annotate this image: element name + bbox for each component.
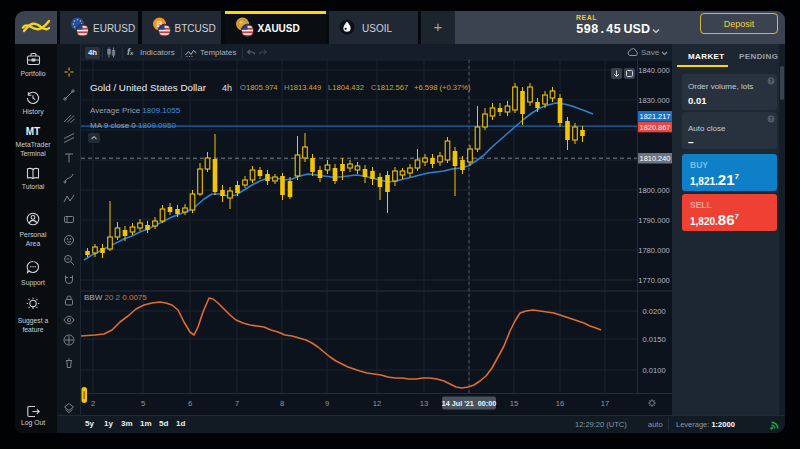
svg-text:0.0150: 0.0150 <box>642 335 665 344</box>
svg-text:13: 13 <box>420 399 428 408</box>
svg-text:Gold / United States Dollar: Gold / United States Dollar <box>90 82 207 93</box>
svg-text:BBW 20 2 0.0075: BBW 20 2 0.0075 <box>84 293 147 302</box>
svg-text:0.0200: 0.0200 <box>642 307 665 316</box>
svg-text:MA 9 close 0 1809.0950: MA 9 close 0 1809.0950 <box>90 121 176 130</box>
svg-text:1780.000: 1780.000 <box>638 246 670 255</box>
svg-text:17: 17 <box>601 399 609 408</box>
svg-text:1770.000: 1770.000 <box>638 276 670 285</box>
svg-text:1820.867: 1820.867 <box>640 123 671 132</box>
svg-text:14 Jul '21 00:00: 14 Jul '21 00:00 <box>442 399 496 408</box>
svg-text:Average Price 1809.1055: Average Price 1809.1055 <box>90 106 181 115</box>
svg-text:2: 2 <box>91 399 95 408</box>
svg-text:7: 7 <box>235 399 239 408</box>
svg-text:8: 8 <box>280 399 284 408</box>
svg-text:1830.000: 1830.000 <box>638 96 670 105</box>
svg-text:1800.000: 1800.000 <box>638 186 670 195</box>
svg-text:9: 9 <box>325 399 329 408</box>
svg-text:4h: 4h <box>222 83 232 93</box>
svg-text:1810.240: 1810.240 <box>640 154 671 163</box>
svg-text:H1813.449: H1813.449 <box>284 83 321 92</box>
svg-text:12: 12 <box>373 399 381 408</box>
svg-text:+6.598 (+0.37%): +6.598 (+0.37%) <box>414 83 471 92</box>
svg-text:6: 6 <box>188 399 192 408</box>
svg-text:1840.000: 1840.000 <box>638 66 670 75</box>
svg-text:16: 16 <box>556 399 564 408</box>
svg-text:O1805.974: O1805.974 <box>240 83 278 92</box>
svg-text:L1804.432: L1804.432 <box>328 83 364 92</box>
svg-text:C1812.567: C1812.567 <box>371 83 408 92</box>
svg-text:0.0100: 0.0100 <box>642 366 665 375</box>
svg-text:1790.000: 1790.000 <box>638 216 670 225</box>
svg-text:5: 5 <box>141 399 145 408</box>
svg-text:15: 15 <box>510 399 518 408</box>
svg-text:1821.217: 1821.217 <box>640 112 671 121</box>
